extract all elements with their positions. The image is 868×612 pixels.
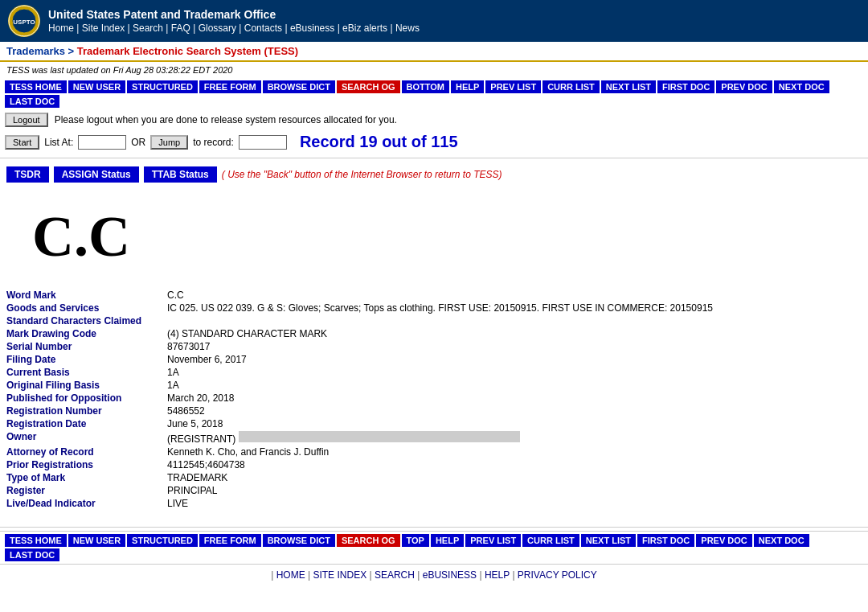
nav-row: Start List At: OR Jump to record: Record…	[0, 129, 868, 154]
or-label: OR	[131, 137, 145, 148]
record-row: Filing DateNovember 6, 2017	[6, 354, 862, 365]
nav-search[interactable]: Search	[133, 23, 163, 34]
btn-bottom-next-list[interactable]: NEXT LIST	[581, 534, 636, 547]
record-value: November 6, 2017	[167, 354, 247, 365]
btn-bottom-last-doc[interactable]: LAST DOC	[5, 548, 59, 561]
record-value: LIVE	[167, 498, 188, 509]
record-label: Attorney of Record	[6, 446, 167, 458]
btn-bottom[interactable]: BOTTOM	[402, 80, 449, 93]
btn-browse-dict[interactable]: BROWSE DICT	[263, 80, 335, 93]
record-value: Kenneth K. Cho, and Francis J. Duffin	[167, 446, 329, 458]
divider-1	[0, 158, 868, 158]
logout-message: Please logout when you are done to relea…	[55, 114, 397, 125]
btn-free-form[interactable]: FREE FORM	[199, 80, 261, 93]
nav-contacts[interactable]: Contacts	[244, 23, 282, 34]
record-table: Word MarkC.CGoods and ServicesIC 025. US…	[0, 286, 868, 524]
footer-link-home[interactable]: HOME	[276, 569, 305, 581]
record-label: Owner	[6, 431, 167, 445]
tsdr-button[interactable]: TSDR	[6, 166, 49, 183]
btn-structured[interactable]: STRUCTURED	[127, 80, 198, 93]
btn-last-doc[interactable]: LAST DOC	[5, 95, 59, 108]
footer-link-help[interactable]: HELP	[485, 569, 510, 581]
nav-home[interactable]: Home	[48, 23, 74, 34]
btn-bottom-new-user[interactable]: NEW USER	[68, 534, 125, 547]
btn-prev-doc[interactable]: PREV DOC	[716, 80, 772, 93]
record-value: TRADEMARK	[167, 472, 227, 483]
header-nav: Home | Site Index | Search | FAQ | Gloss…	[48, 23, 420, 34]
btn-help[interactable]: HELP	[451, 80, 484, 93]
nav-glossary[interactable]: Glossary	[199, 23, 236, 34]
to-record-input[interactable]	[239, 135, 287, 150]
record-label: Live/Dead Indicator	[6, 498, 167, 509]
update-bar: TESS was last updated on Fri Aug 28 03:2…	[0, 62, 868, 78]
record-label: Published for Opposition	[6, 392, 167, 404]
record-label: Standard Characters Claimed	[6, 315, 167, 327]
record-label: Registration Number	[6, 405, 167, 417]
btn-first-doc[interactable]: FIRST DOC	[657, 80, 714, 93]
ttab-status-button[interactable]: TTAB Status	[144, 166, 217, 183]
record-row: Type of MarkTRADEMARK	[6, 472, 862, 483]
btn-bottom-prev-list[interactable]: PREV LIST	[465, 534, 521, 547]
btn-bottom-browse-dict[interactable]: BROWSE DICT	[263, 534, 335, 547]
uspto-logo: USPTO	[8, 5, 40, 37]
update-text: TESS was last updated on Fri Aug 28 03:2…	[6, 65, 232, 75]
btn-bottom-search-og[interactable]: SEARCH OG	[337, 534, 400, 547]
footer-link-ebusiness[interactable]: eBUSINESS	[423, 569, 477, 581]
btn-bottom-top[interactable]: TOP	[402, 534, 429, 547]
btn-bottom-free-form[interactable]: FREE FORM	[199, 534, 261, 547]
start-button[interactable]: Start	[5, 135, 39, 150]
record-value: June 5, 2018	[167, 418, 223, 429]
action-row: TSDR ASSIGN Status TTAB Status ( Use the…	[0, 162, 868, 187]
record-value: (REGISTRANT)	[167, 431, 520, 445]
record-value: March 20, 2018	[167, 392, 234, 404]
record-row: RegisterPRINCIPAL	[6, 485, 862, 496]
nav-ebiz-alerts[interactable]: eBiz alerts	[342, 23, 387, 34]
btn-prev-list[interactable]: PREV LIST	[485, 80, 541, 93]
btn-new-user[interactable]: NEW USER	[68, 80, 125, 93]
record-row: Goods and ServicesIC 025. US 022 039. G …	[6, 302, 862, 314]
svg-text:USPTO: USPTO	[13, 18, 35, 26]
record-row: Word MarkC.C	[6, 290, 862, 301]
mark-image-text: C.C	[32, 204, 130, 269]
btn-curr-list[interactable]: CURR LIST	[542, 80, 600, 93]
jump-button[interactable]: Jump	[150, 135, 188, 150]
record-row: Live/Dead IndicatorLIVE	[6, 498, 862, 509]
breadcrumb-bar: Trademarks > Trademark Electronic Search…	[0, 42, 868, 62]
footer-link-search[interactable]: SEARCH	[375, 569, 415, 581]
btn-search-og[interactable]: SEARCH OG	[337, 80, 400, 93]
list-at-input[interactable]	[78, 135, 126, 150]
record-label: Mark Drawing Code	[6, 328, 167, 339]
btn-next-list[interactable]: NEXT LIST	[601, 80, 656, 93]
btn-tess-home[interactable]: TESS HOME	[5, 80, 67, 93]
btn-bottom-structured[interactable]: STRUCTURED	[127, 534, 198, 547]
record-label: Prior Registrations	[6, 459, 167, 470]
logout-button[interactable]: Logout	[5, 113, 48, 127]
record-value: 4112545;4604738	[167, 459, 245, 470]
footer-link-site-index[interactable]: SITE INDEX	[313, 569, 366, 581]
btn-bottom-help[interactable]: HELP	[431, 534, 464, 547]
breadcrumb-title: Trademark Electronic Search System (TESS…	[77, 45, 298, 57]
nav-faq[interactable]: FAQ	[171, 23, 190, 34]
record-label: Current Basis	[6, 367, 167, 378]
footer: | HOME | SITE INDEX | SEARCH | eBUSINESS…	[0, 564, 868, 585]
btn-bottom-next-doc[interactable]: NEXT DOC	[754, 534, 809, 547]
footer-link-privacy[interactable]: PRIVACY POLICY	[518, 569, 597, 581]
btn-bottom-first-doc[interactable]: FIRST DOC	[637, 534, 694, 547]
record-row: Published for OppositionMarch 20, 2018	[6, 392, 862, 404]
list-at-label: List At:	[44, 137, 73, 148]
record-label: Goods and Services	[6, 302, 167, 314]
btn-next-doc[interactable]: NEXT DOC	[774, 80, 829, 93]
btn-bottom-curr-list[interactable]: CURR LIST	[522, 534, 579, 547]
record-value: PRINCIPAL	[167, 485, 217, 496]
btn-bottom-tess-home[interactable]: TESS HOME	[5, 534, 67, 547]
record-label: Registration Date	[6, 418, 167, 429]
record-row: Mark Drawing Code(4) STANDARD CHARACTER …	[6, 328, 862, 339]
to-record-label: to record:	[193, 137, 234, 148]
btn-bottom-prev-doc[interactable]: PREV DOC	[696, 534, 751, 547]
nav-news[interactable]: News	[395, 23, 420, 34]
record-label: Original Filing Basis	[6, 380, 167, 391]
assign-status-button[interactable]: ASSIGN Status	[54, 166, 139, 183]
nav-site-index[interactable]: Site Index	[82, 23, 125, 34]
back-note: ( Use the "Back" button of the Internet …	[222, 169, 502, 180]
nav-ebusiness[interactable]: eBusiness	[290, 23, 334, 34]
